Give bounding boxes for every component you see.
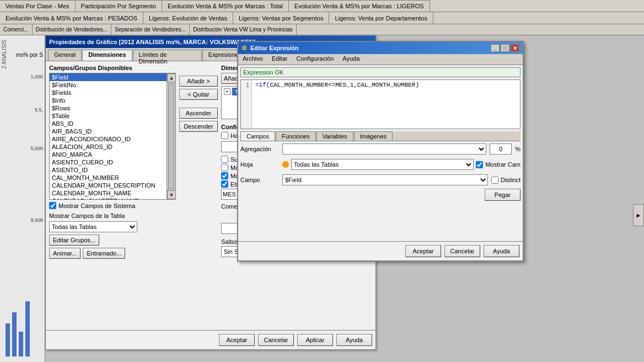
chart-y-label-2: 5.5, — [35, 107, 43, 113]
scroll-down-arrow[interactable]: ▼ — [167, 190, 176, 199]
hoja-row: Hoja Todas las Tablas Mostrar Cam — [240, 159, 520, 170]
right-arrow-icon: ► — [636, 212, 642, 219]
menu-configuracion[interactable]: Configuración — [292, 54, 338, 65]
props-dialog-footer: Aceptar Cancelar Aplicar Ayuda — [46, 330, 375, 349]
fields-label: Campos/Grupos Disponibles — [49, 65, 176, 71]
edit-groups-button[interactable]: Editar Grupos... — [49, 235, 99, 246]
tab-general[interactable]: General — [48, 50, 82, 61]
tab-ligeros-evolucion[interactable]: Ligeros: Evolución de Ventas — [143, 12, 233, 24]
descender-button[interactable]: Descender — [179, 121, 218, 132]
scroll-thumb[interactable] — [168, 83, 174, 189]
props-cancelar-button[interactable]: Cancelar — [258, 334, 294, 346]
tree-expand-icon[interactable]: + — [224, 88, 230, 95]
menu-archivo[interactable]: Archivo — [238, 54, 267, 65]
field-item-aleacion[interactable]: ALEACION_AROS_ID — [50, 143, 167, 151]
tab-funciones[interactable]: Funciones — [276, 131, 316, 141]
animar-button[interactable]: Animar... — [49, 248, 80, 259]
expr-cancelar-button[interactable]: Cancelar — [444, 245, 480, 257]
tab-evolucion-ligeros[interactable]: Evolución Venta & MS% por Marcas : LIGER… — [289, 0, 430, 12]
tab-bar-1: Ventas Por Clase - Mes Participación Por… — [0, 0, 644, 12]
props-ayuda-button[interactable]: Ayuda — [336, 334, 372, 346]
right-arrow-button[interactable]: ► — [633, 204, 644, 226]
tab-ligeros-segmentos[interactable]: Ligeros: Ventas por Segmentos — [233, 12, 329, 24]
field-item-info[interactable]: $Info — [50, 97, 167, 104]
add-button[interactable]: Añadir > — [179, 76, 218, 87]
code-highlight-if: =if( — [255, 82, 270, 88]
chart-bar-4 — [25, 301, 30, 356]
fields-list[interactable]: $Field $FieldNo $Fields $Info $Rows $Tab… — [50, 73, 167, 199]
tab-dimensiones[interactable]: Dimensiones — [82, 50, 132, 61]
mostrar-todos-checkbox[interactable] — [221, 164, 228, 171]
field-item-cal-month-name[interactable]: CALENDAR_MONTH_NAME — [50, 189, 167, 197]
field-item-field[interactable]: $Field — [50, 73, 167, 81]
campo-dropdown[interactable]: $Field — [282, 174, 488, 185]
tab-participacion[interactable]: Participación Por Segmento — [76, 0, 162, 12]
minimize-button[interactable]: _ — [491, 44, 500, 52]
fields-list-scrollbar[interactable]: ▲ ▼ — [167, 73, 175, 199]
close-button[interactable]: ✕ — [511, 44, 519, 52]
field-item-rows[interactable]: $Rows — [50, 104, 167, 112]
expr-status: Expression OK — [240, 67, 520, 77]
field-item-fieldno[interactable]: $FieldNo — [50, 81, 167, 89]
field-item-asiento[interactable]: ASIENTO_ID — [50, 166, 167, 174]
tab-dist-vendedores[interactable]: Distribución de Vendedores... — [33, 24, 112, 35]
tab-comerci[interactable]: Comerci... — [0, 24, 33, 35]
menu-ayuda[interactable]: Ayuda — [338, 54, 364, 65]
field-item-cal-quarter[interactable]: CALENDAR_QUARTER_NAME — [50, 197, 167, 199]
props-aplicar-button[interactable]: Aplicar — [297, 334, 333, 346]
tab-imagenes[interactable]: Imágenes — [354, 131, 393, 141]
show-system-label: Mostrar Campos de Sistema — [58, 203, 135, 209]
agregacion-dropdown[interactable] — [282, 143, 486, 155]
habilitar-checkbox[interactable] — [221, 132, 228, 139]
tab-limites[interactable]: Límites de Dimensión — [133, 50, 202, 61]
tab-variables[interactable]: Variables — [316, 131, 353, 141]
table-dropdown[interactable]: Todas las Tablas — [49, 221, 137, 232]
props-aceptar-button[interactable]: Aceptar — [219, 334, 255, 346]
ascender-button[interactable]: Ascender — [179, 108, 218, 119]
field-item-abs[interactable]: ABS_ID — [50, 120, 167, 127]
tab-evolucion-total[interactable]: Evolución Venta & MS% por Marcas : Total — [162, 0, 289, 12]
tab-sep-vendedores[interactable]: Separación de Vendedores... — [111, 24, 190, 35]
tab-ligeros-departamentos[interactable]: Ligeros: Venta por Departamentos — [329, 12, 433, 24]
field-item-fields[interactable]: $Fields — [50, 89, 167, 97]
field-item-cal-month-desc[interactable]: CALENDAR_MONTH_DESCRIPTION — [50, 182, 167, 189]
remove-button[interactable]: < Quitar — [179, 89, 218, 100]
expr-dialog: ⚙ Editar Expresión _ □ ✕ Archivo Editar … — [237, 41, 524, 262]
field-item-table[interactable]: $Table — [50, 112, 167, 120]
entramado-button[interactable]: Entramado... — [83, 248, 125, 259]
tab-pesados[interactable]: Evolución Venta & MS% por Marcas : PESAD… — [0, 12, 143, 24]
expr-menubar: Archivo Editar Configuración Ayuda — [238, 54, 523, 65]
mostrar-leyenda-checkbox[interactable] — [221, 172, 228, 179]
scroll-up-arrow[interactable]: ▲ — [167, 73, 176, 82]
field-item-anio[interactable]: ANIO_MARCA — [50, 151, 167, 158]
maximize-button[interactable]: □ — [501, 44, 509, 52]
distinct-checkbox[interactable] — [491, 177, 498, 184]
etiqueta-checkbox[interactable] — [221, 180, 228, 188]
show-system-row: Mostrar Campos de Sistema — [49, 202, 176, 209]
code-content[interactable]: =if(CAL_MONTH_NUMBER<=MES_1,CAL_MONTH_NU… — [252, 80, 520, 129]
pegar-button[interactable]: Pegar — [485, 189, 520, 201]
show-table-row: Mostrar Campos de la Tabla — [49, 212, 176, 219]
hoja-dropdown[interactable]: Todas las Tablas — [291, 159, 474, 170]
expr-ayuda-button[interactable]: Ayuda — [484, 245, 519, 257]
mostrar-cam-checkbox[interactable] — [476, 161, 483, 168]
field-item-aire[interactable]: AIRE_ACONDICIONADO_ID — [50, 135, 167, 143]
expr-fields-area: Agregación 0 % Hoja Todas las Tablas — [240, 141, 520, 241]
show-system-checkbox[interactable] — [49, 202, 56, 209]
field-item-airbags[interactable]: AIR_BAGS_ID — [50, 127, 167, 135]
campo-label: Campo — [240, 177, 279, 183]
suprimir-checkbox[interactable] — [221, 156, 228, 163]
chart-y-label-4: 9,508 — [30, 217, 43, 223]
chart-y-label-3: 5,000 — [30, 146, 43, 151]
expr-code-area[interactable]: 1 =if(CAL_MONTH_NUMBER<=MES_1,CAL_MONTH_… — [240, 79, 520, 129]
field-item-asiento-cuero[interactable]: ASIENTO_CUERO_ID — [50, 158, 167, 166]
tab-ventas-clase[interactable]: Ventas Por Clase - Mes — [0, 0, 76, 12]
expr-footer: Aceptar Cancelar Ayuda — [238, 241, 523, 260]
menu-editar[interactable]: Editar — [267, 54, 292, 65]
bottom-controls: Mostrar Campos de la Tabla Todas las Tab… — [49, 212, 176, 232]
tab-dist-lima[interactable]: Distribución Venta VW Lima y Provincias — [190, 24, 297, 35]
field-item-cal-month[interactable]: CAL_MONTH_NUMBER — [50, 174, 167, 182]
agregacion-number[interactable]: 0 — [490, 143, 512, 155]
expr-aceptar-button[interactable]: Aceptar — [405, 245, 441, 257]
tab-campos[interactable]: Campos — [240, 131, 275, 141]
